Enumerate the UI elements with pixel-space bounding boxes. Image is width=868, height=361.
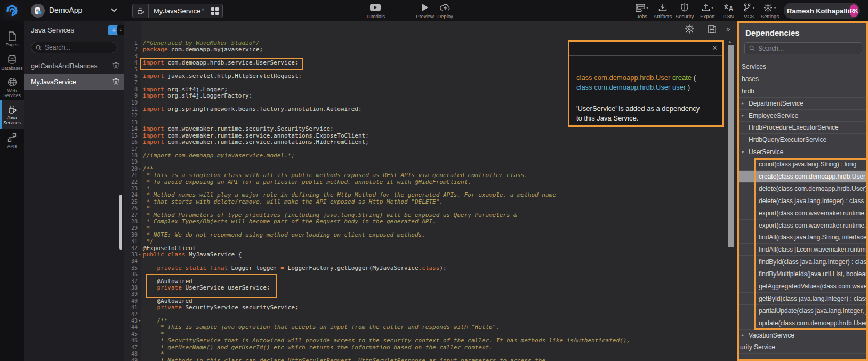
service-item-getcardsandbalances[interactable]: getCardsAndBalances	[24, 58, 124, 74]
editor-scrollbar[interactable]	[728, 45, 734, 247]
action-label: Export	[700, 13, 714, 19]
dependency-row[interactable]: getById(class java.lang.Integer) : class…	[739, 293, 866, 305]
sidebar-item-apis[interactable]: APIs	[0, 129, 24, 153]
line-number: 35	[124, 265, 138, 271]
save-file-icon[interactable]	[707, 24, 717, 34]
fold-gutter	[138, 358, 142, 361]
editor-tab-myjavaservice[interactable]: MyJavaService*	[132, 4, 223, 18]
fold-gutter	[138, 100, 142, 106]
chevron-right-icon[interactable]: ▸	[742, 101, 749, 106]
services-search-input[interactable]	[45, 44, 109, 51]
dependency-label: findById(class java.lang.Integer) : clas…	[759, 258, 866, 266]
dependency-label: hrdb	[742, 87, 754, 95]
dependency-row[interactable]: bases	[739, 73, 866, 85]
fold-marker-icon[interactable]: ▾	[138, 166, 142, 172]
line-number: 24	[124, 192, 138, 198]
dependency-row[interactable]: export(class com.wavemaker.runtime.data	[739, 220, 866, 232]
chevron-down-icon: ▾	[774, 5, 776, 10]
tab-layout-grid-icon[interactable]	[207, 7, 222, 15]
dependency-row[interactable]: HrdbQueryExecutorService	[739, 134, 866, 146]
chevron-down-icon[interactable]: ▾	[742, 150, 749, 155]
fold-gutter	[138, 40, 142, 46]
fold-gutter	[138, 153, 142, 159]
code-text: private SecurityService securityService;	[142, 304, 298, 311]
line-number: 9	[124, 93, 138, 99]
line-number: 47	[124, 344, 138, 351]
line-number: 7	[124, 79, 138, 86]
dependency-row[interactable]: partialUpdate(class java.lang.Integer, j…	[739, 305, 866, 317]
action-label: Artifacts	[654, 13, 672, 19]
dependency-row[interactable]: HrdbProcedureExecutorService	[739, 122, 866, 134]
project-icon[interactable]	[31, 4, 45, 18]
dependency-row[interactable]: findByMultipleIds(java.util.List, boolea…	[739, 268, 866, 280]
fold-gutter	[138, 146, 142, 153]
delete-service-trash-icon[interactable]	[108, 62, 124, 70]
dependencies-panel: Dependencies Servicesbaseshrdb▸Departmen…	[737, 21, 868, 361]
globe-icon	[7, 77, 17, 87]
download-icon	[658, 3, 667, 12]
collapse-panel-button[interactable]: ‹	[117, 25, 124, 35]
services-scrollbar[interactable]	[119, 195, 122, 250]
dependency-label: delete(class java.lang.Integer) : class …	[759, 197, 866, 205]
dependency-row[interactable]: ▾UserService	[739, 146, 866, 158]
editor-settings-gear-icon[interactable]	[685, 24, 694, 34]
dependency-label: urity Service	[740, 343, 775, 351]
app-window: DemoApp MyJavaService* TutorialsPreviewD…	[0, 0, 868, 361]
chevron-right-icon[interactable]: ▸	[742, 113, 749, 118]
fold-gutter	[138, 199, 142, 205]
branch-icon: ▾	[743, 3, 754, 12]
dependency-row[interactable]: ▸VacationService	[739, 330, 866, 342]
dependency-row[interactable]: export(class com.wavemaker.runtime.data	[739, 207, 866, 220]
service-item-myjavaservice[interactable]: MyJavaService	[24, 74, 124, 90]
dependency-row[interactable]: delete(class java.lang.Integer) : class …	[739, 195, 866, 207]
user-avatar: RK	[849, 4, 858, 17]
line-number: 29	[124, 225, 138, 231]
action-settings[interactable]: ▾Settings	[755, 3, 785, 19]
database-icon	[7, 55, 17, 65]
dependency-row[interactable]: Services	[739, 61, 866, 73]
fold-marker-icon[interactable]: ▾	[138, 318, 142, 324]
project-name[interactable]: DemoApp	[49, 6, 82, 14]
sidebar-item-pages[interactable]: Pages	[0, 28, 24, 51]
dependency-row[interactable]: findById(class java.lang.Integer) : clas…	[739, 256, 866, 268]
shield-icon	[681, 3, 688, 12]
user-menu[interactable]: Ramesh Kothapalli RK	[784, 3, 860, 19]
action-deploy[interactable]: Deploy	[430, 3, 460, 19]
code-text: import org.springframework.beans.factory…	[142, 106, 362, 113]
sidebar-item-java-services[interactable]: Java Services	[0, 100, 24, 129]
action-tutorials[interactable]: Tutorials	[360, 3, 390, 19]
code-line: 38 private UserService userService;	[124, 285, 726, 291]
fold-marker-icon[interactable]: ▾	[138, 252, 142, 258]
dependency-row[interactable]: count(class java.lang.String) : long	[739, 158, 866, 171]
sidebar-item-databases[interactable]: Databases	[0, 51, 24, 75]
scroll-up-arrow-icon[interactable]: ▴	[729, 39, 731, 44]
delete-service-trash-icon[interactable]	[108, 78, 124, 86]
dependency-row[interactable]: create(class com.demoapp.hrdb.User) : cl…	[739, 171, 866, 183]
sidebar-item-web-services[interactable]: Web Services	[0, 75, 24, 100]
dependencies-search-input[interactable]	[758, 45, 843, 52]
dependency-row[interactable]: hrdb	[739, 85, 866, 98]
method-signature-line1: class com.demoapp.hrdb.User create (	[576, 73, 716, 83]
line-number: 34	[124, 258, 138, 264]
dependency-row[interactable]: ▸EmployeeService	[739, 110, 866, 122]
fold-gutter	[138, 344, 142, 351]
dependency-row[interactable]: update(class com.demoapp.hrdb.User) : cl	[739, 317, 866, 330]
jobs-icon: ▾	[636, 3, 648, 12]
dependency-row[interactable]: ▸DepartmentService	[739, 98, 866, 110]
wavemaker-logo-icon[interactable]	[3, 2, 21, 20]
dependency-row[interactable]: getAggregatedValues(class com.wavemak	[739, 280, 866, 293]
fold-gutter	[138, 338, 142, 344]
project-chevron-down-icon[interactable]	[111, 6, 117, 12]
dependency-row[interactable]: findAll(class java.lang.String, interfac…	[739, 231, 866, 244]
expand-panel-button[interactable]: »	[726, 25, 730, 33]
line-number: 25	[124, 199, 138, 205]
fold-gutter	[138, 311, 142, 318]
dependency-row[interactable]: delete(class com.demoapp.hrdb.User) : vo	[739, 183, 866, 195]
dependency-label: VacationService	[749, 332, 794, 339]
dependency-row[interactable]: urity Service	[739, 341, 866, 354]
services-list: getCardsAndBalancesMyJavaService	[24, 58, 124, 90]
dependency-row[interactable]: findAll(class [Lcom.wavemaker.runtime.da	[739, 244, 866, 256]
line-number: 10	[124, 100, 138, 106]
chevron-right-icon[interactable]: ▸	[742, 333, 749, 338]
close-icon[interactable]: ×	[712, 43, 717, 53]
